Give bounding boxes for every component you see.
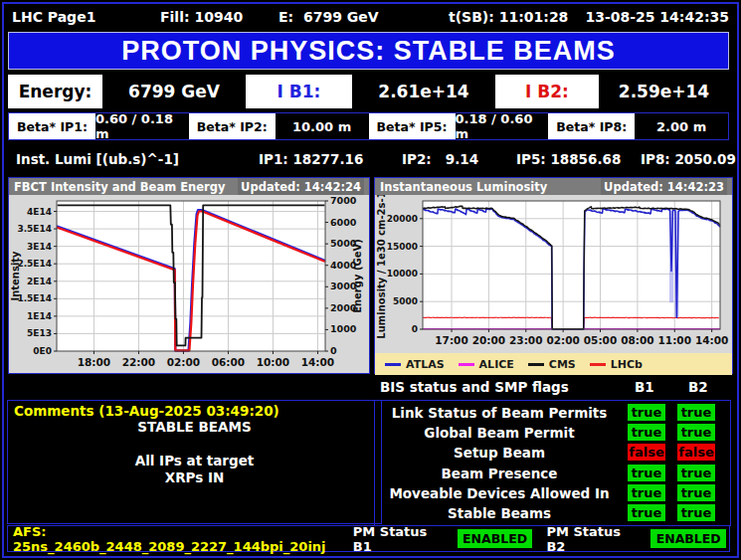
beta-ip1-group: Beta* IP1: 0.60 / 0.18 m xyxy=(9,113,189,139)
svg-text:10:00: 10:00 xyxy=(257,356,289,368)
legend-item-lhcb: LHCb xyxy=(590,358,643,371)
svg-text:15000: 15000 xyxy=(387,242,418,252)
legend-label: ALICE xyxy=(479,358,514,371)
svg-text:0: 0 xyxy=(330,345,337,356)
app-title: LHC Page1 xyxy=(12,9,95,25)
top-info-bar: LHC Page1 Fill: 10940 E: 6799 GeV t(SB):… xyxy=(4,7,733,29)
afs-filling-scheme: AFS: 25ns_2460b_2448_2089_2227_144bpi_20… xyxy=(13,524,353,554)
fbct-chart-panel: FBCT Intensity and Beam Energy Updated: … xyxy=(8,177,370,374)
legend-dash-icon xyxy=(385,363,401,366)
bis-row-label: Moveable Devices Allowed In xyxy=(375,485,624,501)
status-badge: true xyxy=(677,504,715,521)
svg-text:Luminosity / 1e30 cm-2s-1: Luminosity / 1e30 cm-2s-1 xyxy=(376,195,387,339)
svg-text:08:00: 08:00 xyxy=(621,334,653,346)
bis-title: BIS status and SMP flags xyxy=(380,379,569,395)
table-row: Beam Presence true true xyxy=(375,465,730,482)
bis-header-row: BIS status and SMP flags B1 B2 xyxy=(374,378,731,398)
beta-ip8-label: Beta* IP8: xyxy=(548,113,635,139)
legend-item-atlas: ATLAS xyxy=(385,358,445,371)
luminosity-chart-panel: Instantaneous Luminosity Updated: 14:42:… xyxy=(374,177,733,374)
luminosity-chart-title: Instantaneous Luminosity xyxy=(380,180,547,194)
svg-text:23:00: 23:00 xyxy=(509,334,542,346)
comment-line xyxy=(14,436,375,453)
svg-text:3.5E14: 3.5E14 xyxy=(17,224,52,234)
status-badge: true xyxy=(628,404,665,421)
beta-ip5-label: Beta* IP5: xyxy=(369,113,456,139)
svg-text:20:00: 20:00 xyxy=(472,334,505,346)
luminosity-chart-header: Instantaneous Luminosity Updated: 14:42:… xyxy=(375,178,732,195)
status-badge: true xyxy=(628,465,665,481)
luminosity-chart-updated: Updated: 14:42:23 xyxy=(601,178,727,195)
fbct-chart: 0E05E131E141.5E142E142.5E143E143.5E144E1… xyxy=(9,195,367,371)
beta-ip8-group: Beta* IP8: 2.00 m xyxy=(548,113,728,139)
beta-ip2-group: Beta* IP2: 10.00 m xyxy=(189,113,369,139)
beta-ip2-value: 10.00 m xyxy=(276,113,369,139)
svg-text:10000: 10000 xyxy=(387,269,418,279)
svg-text:22:00: 22:00 xyxy=(122,356,155,368)
page-frame: LHC Page1 Fill: 10940 E: 6799 GeV t(SB):… xyxy=(2,2,739,558)
status-badge: true xyxy=(628,484,665,501)
legend-dash-icon xyxy=(459,363,474,366)
lhc-page1-vistar: { "header": { "app": "LHC Page1", "fill"… xyxy=(0,0,741,560)
svg-text:14:00: 14:00 xyxy=(695,334,728,346)
svg-text:20000: 20000 xyxy=(387,214,418,224)
status-badge: true xyxy=(628,504,665,521)
intensity-b1-value: 2.61e+14 xyxy=(352,75,495,108)
legend-label: CMS xyxy=(549,358,576,371)
time-in-stable-beams: t(SB): 11:01:28 xyxy=(449,9,568,25)
status-badge: true xyxy=(677,404,715,421)
fbct-chart-title: FBCT Intensity and Beam Energy xyxy=(14,180,225,194)
svg-text:1.5E14: 1.5E14 xyxy=(17,293,52,303)
svg-text:7000: 7000 xyxy=(330,195,357,206)
svg-text:Energy (GeV): Energy (GeV) xyxy=(352,239,363,313)
svg-text:06:00: 06:00 xyxy=(212,356,245,368)
bis-flags-table: Link Status of Beam Permits true true Gl… xyxy=(374,400,731,526)
legend-dash-icon xyxy=(528,363,544,366)
fbct-chart-updated: Updated: 14:42:24 xyxy=(238,178,364,195)
afs-status-bar: AFS: 25ns_2460b_2448_2089_2227_144bpi_20… xyxy=(7,525,730,552)
svg-text:3E14: 3E14 xyxy=(27,242,52,252)
svg-text:2.5E14: 2.5E14 xyxy=(17,259,52,269)
svg-text:11:00: 11:00 xyxy=(658,334,691,346)
svg-text:4E14: 4E14 xyxy=(27,207,52,217)
svg-text:17:00: 17:00 xyxy=(435,334,467,346)
table-row: Link Status of Beam Permits true true xyxy=(375,404,730,422)
date-time: 13-08-25 14:42:35 xyxy=(585,9,729,25)
inst-lumi-ip2: IP2: 9.14 xyxy=(402,151,478,167)
pm-status-b1-value: ENABLED xyxy=(458,529,533,548)
legend-item-alice: ALICE xyxy=(459,358,514,371)
svg-text:02:00: 02:00 xyxy=(167,356,200,368)
beta-ip2-label: Beta* IP2: xyxy=(189,113,276,139)
table-row: Global Beam Permit true true xyxy=(375,424,730,442)
legend-dash-icon xyxy=(590,363,606,366)
energy-label: Energy: xyxy=(8,75,102,108)
luminosity-legend: ATLASALICECMSLHCb xyxy=(375,353,732,375)
svg-text:1000: 1000 xyxy=(330,323,357,334)
svg-text:02:00: 02:00 xyxy=(546,334,579,346)
svg-text:0E0: 0E0 xyxy=(33,346,52,356)
status-badge: true xyxy=(677,465,715,481)
bis-row-label: Link Status of Beam Permits xyxy=(375,405,624,421)
luminosity-chart: 0500010000150002000017:0020:0023:0002:00… xyxy=(375,195,730,349)
legend-label: ATLAS xyxy=(406,358,445,371)
bis-row-label: Beam Presence xyxy=(375,466,624,481)
svg-text:2E14: 2E14 xyxy=(27,277,52,286)
table-row: Stable Beams true true xyxy=(375,504,730,522)
inst-lumi-ip1: IP1: 18277.16 xyxy=(259,151,363,167)
comment-line: XRPs IN xyxy=(14,469,375,486)
comment-line: All IPs at target xyxy=(14,453,375,469)
energy-value: 6799 GeV xyxy=(102,75,246,108)
beta-ip1-label: Beta* IP1: xyxy=(9,113,95,139)
svg-text:5000: 5000 xyxy=(393,296,418,306)
bis-col-b1: B1 xyxy=(635,379,654,395)
svg-text:05:00: 05:00 xyxy=(584,334,617,346)
beta-ip8-value: 2.00 m xyxy=(635,113,728,139)
svg-text:1E14: 1E14 xyxy=(27,311,52,321)
svg-text:6000: 6000 xyxy=(330,217,357,228)
svg-text:14:00: 14:00 xyxy=(301,356,334,368)
beta-ip1-value: 0.60 / 0.18 m xyxy=(95,113,189,139)
bis-row-label: Stable Beams xyxy=(375,505,624,521)
intensity-b2-label: I B2: xyxy=(495,75,599,108)
fbct-chart-header: FBCT Intensity and Beam Energy Updated: … xyxy=(9,178,369,195)
table-row: Setup Beam false false xyxy=(375,444,730,462)
